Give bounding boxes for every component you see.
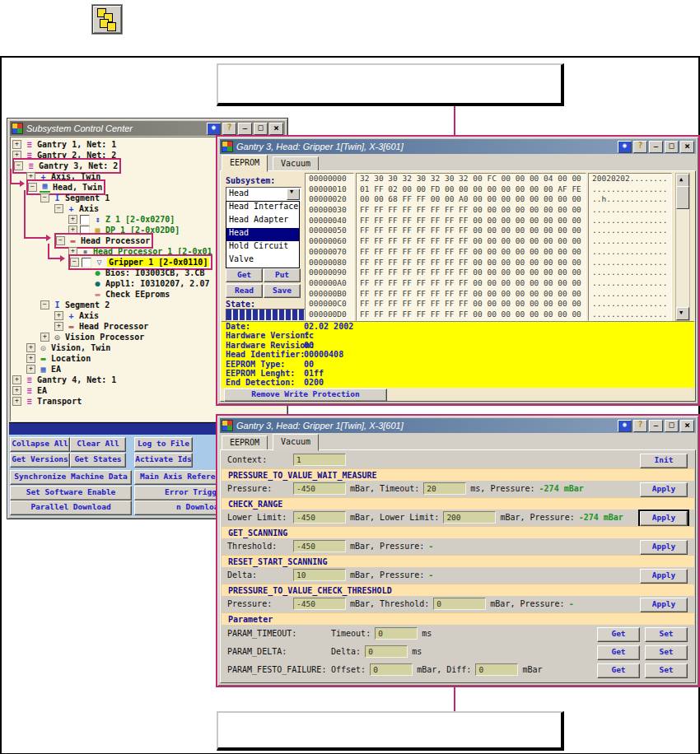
set-software-enable-button[interactable]: Set Software Enable — [10, 486, 132, 500]
dropdown-item[interactable]: Head — [226, 228, 299, 241]
log-to-file-button[interactable]: Log to File — [134, 437, 193, 452]
synchronize-machine-data-button[interactable]: Synchronize Machine Data — [10, 470, 132, 485]
expand-icon[interactable]: + — [68, 215, 77, 224]
value-input[interactable]: -450 — [293, 482, 346, 495]
expand-icon[interactable]: + — [26, 354, 35, 363]
value-input[interactable]: -450 — [293, 598, 346, 610]
put-button[interactable]: Put — [264, 268, 301, 282]
hex-bytes-row[interactable]: FF FF FF FF FF FF FF FF 00 00 00 00 00 0… — [357, 278, 586, 289]
dropdown-item[interactable]: Hold Circuit — [226, 241, 299, 254]
set-button[interactable]: Set — [645, 645, 688, 660]
apply-button[interactable]: Apply — [640, 540, 688, 555]
hex-bytes-row[interactable]: 00 00 68 FF FF 00 00 A0 00 00 00 00 00 0… — [357, 194, 586, 205]
collapse-icon[interactable]: − — [28, 183, 37, 192]
set-button[interactable]: Set — [645, 663, 688, 678]
hex-bytes-row[interactable]: FF FF FF FF FF FF FF FF 00 00 00 00 00 0… — [357, 268, 586, 278]
expand-icon[interactable]: + — [54, 311, 63, 320]
remove-write-protection-button[interactable]: Remove Write Protection — [224, 389, 387, 402]
value-input[interactable]: 0 — [475, 663, 518, 676]
expand-icon[interactable]: + — [12, 375, 21, 384]
collapse-icon[interactable]: − — [40, 193, 49, 202]
scrollbar-thumb[interactable] — [676, 186, 689, 209]
title-bar[interactable]: Gantry 3, Head: Gripper 1[Twin], X-3[601… — [220, 139, 696, 154]
expand-icon[interactable]: + — [40, 333, 49, 342]
get-button[interactable]: Get — [597, 663, 640, 678]
window-info-button[interactable] — [618, 420, 632, 432]
subsystem-combobox[interactable]: Head — [226, 187, 301, 202]
collapse-icon[interactable]: − — [70, 258, 79, 267]
hex-bytes-row[interactable]: 01 FF 02 00 00 FD 00 00 00 00 00 00 00 0… — [357, 184, 586, 195]
dropdown-item[interactable]: Head Interface — [226, 202, 299, 215]
hex-bytes-row[interactable]: FF FF FF FF FF FF FF FF 00 00 00 00 00 0… — [357, 289, 586, 300]
hex-bytes-row[interactable]: FF FF FF FF FF FF FF FF 00 00 00 00 00 0… — [357, 236, 586, 247]
value-input[interactable]: 0 — [370, 663, 413, 676]
minimize-button[interactable] — [649, 141, 663, 153]
value-input[interactable]: -450 — [293, 511, 346, 524]
read-button[interactable]: Read — [226, 284, 263, 298]
chevron-down-icon[interactable] — [287, 188, 300, 200]
value-input[interactable]: -450 — [293, 540, 346, 552]
collapse-icon[interactable]: − — [40, 300, 49, 310]
dropdown-item[interactable]: Valve — [226, 254, 299, 268]
get-states-button[interactable]: Get States — [70, 453, 126, 468]
activate-ids-button[interactable]: Activate Ids — [134, 453, 193, 468]
maximize-button[interactable] — [665, 420, 679, 432]
expand-icon[interactable]: + — [26, 365, 35, 374]
get-versions-button[interactable]: Get Versions — [10, 453, 70, 468]
value-input[interactable]: 20 — [423, 482, 466, 495]
hex-bytes-row[interactable]: 32 30 30 32 30 32 30 32 00 FC 00 00 00 0… — [357, 174, 586, 184]
hex-byte-grid[interactable]: 32 30 30 32 30 32 30 32 00 FC 00 00 00 0… — [356, 173, 586, 321]
collapse-all-button[interactable]: Collapse All — [10, 437, 70, 452]
apply-button[interactable]: Apply — [640, 598, 688, 612]
hex-bytes-row[interactable]: FF FF FF FF FF FF FF FF 00 00 00 00 00 0… — [357, 226, 586, 236]
init-button[interactable]: Init — [640, 454, 688, 468]
expand-icon[interactable]: + — [12, 386, 21, 395]
tab-vacuum[interactable]: Vacuum — [273, 156, 319, 171]
subsystem-dropdown-list[interactable]: Head InterfaceHead AdapterHeadHold Circu… — [226, 201, 300, 268]
scroll-down-icon[interactable] — [676, 307, 689, 320]
expand-icon[interactable]: + — [54, 322, 63, 331]
save-button[interactable]: Save — [264, 284, 301, 298]
hex-scrollbar[interactable] — [675, 173, 690, 321]
window-help-button[interactable] — [222, 123, 236, 135]
get-button[interactable]: Get — [597, 645, 640, 660]
window-info-button[interactable] — [207, 123, 221, 135]
hex-bytes-row[interactable]: FF FF FF FF FF FF FF FF 00 00 00 00 00 0… — [357, 299, 586, 310]
value-input[interactable]: 0 — [433, 598, 486, 610]
title-bar[interactable]: Gantry 3, Head: Gripper 1[Twin], X-3[601… — [220, 418, 696, 433]
close-button[interactable] — [680, 141, 694, 153]
close-button[interactable] — [680, 420, 694, 432]
minimize-button[interactable] — [238, 123, 252, 135]
set-button[interactable]: Set — [645, 627, 688, 642]
subsystem-cascade-icon-button[interactable] — [92, 5, 122, 34]
maximize-button[interactable] — [254, 123, 268, 135]
title-bar[interactable]: Subsystem Control Center — [10, 121, 285, 136]
clear-all-button[interactable]: Clear All — [70, 437, 126, 452]
apply-button[interactable]: Apply — [640, 569, 688, 584]
expand-icon[interactable]: + — [26, 343, 35, 352]
get-button[interactable]: Get — [226, 268, 263, 282]
window-help-button[interactable] — [633, 141, 647, 153]
value-input[interactable]: 200 — [443, 511, 496, 524]
expand-icon[interactable]: + — [12, 140, 21, 149]
value-input[interactable]: 1 — [293, 454, 346, 466]
value-input[interactable]: 0 — [365, 645, 408, 658]
hex-bytes-row[interactable]: FF FF FF FF FF FF FF FF 00 00 00 00 00 0… — [357, 310, 586, 320]
collapse-icon[interactable]: − — [54, 204, 63, 213]
tab-eeprom[interactable]: EEPROM — [222, 155, 268, 172]
minimize-button[interactable] — [649, 420, 663, 432]
window-help-button[interactable] — [633, 420, 647, 432]
scroll-up-icon[interactable] — [676, 174, 689, 187]
hex-bytes-row[interactable]: FF FF FF FF FF FF FF FF 00 00 00 00 00 0… — [357, 247, 586, 258]
apply-button[interactable]: Apply — [640, 511, 688, 526]
maximize-button[interactable] — [665, 141, 679, 153]
expand-icon[interactable]: + — [12, 397, 21, 406]
value-input[interactable]: 0 — [375, 627, 418, 640]
checkbox[interactable] — [82, 258, 91, 268]
apply-button[interactable]: Apply — [640, 482, 688, 497]
hex-bytes-row[interactable]: FF FF FF FF FF FF FF FF 00 00 00 00 00 0… — [357, 258, 586, 268]
parallel-download-button[interactable]: Parallel Download — [10, 500, 132, 515]
hex-bytes-row[interactable]: FF FF FF FF FF FF FF FF 00 00 00 00 00 0… — [357, 205, 586, 216]
collapse-icon[interactable]: − — [14, 161, 23, 170]
window-info-button[interactable] — [618, 141, 632, 153]
